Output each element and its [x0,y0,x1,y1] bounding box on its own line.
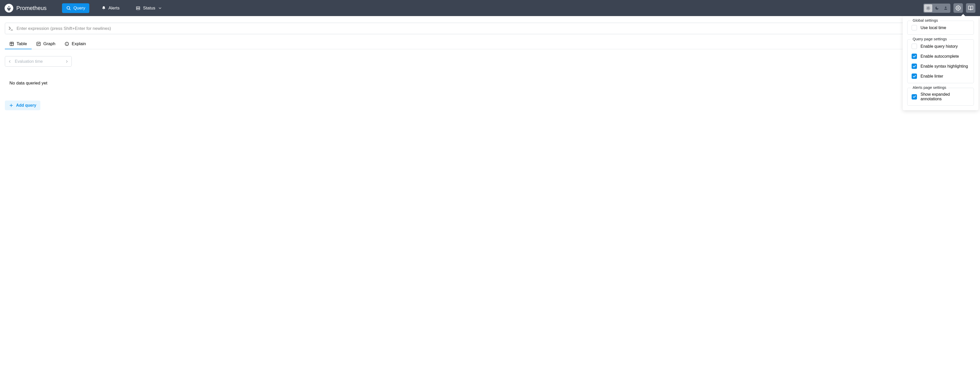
annotations-label: Show expanded annotations [921,92,969,101]
tab-table-label: Table [17,41,27,46]
nav-query-button[interactable]: Query [62,3,89,13]
nav-status-label: Status [143,6,155,11]
bell-icon [102,6,106,10]
theme-switcher [923,3,950,13]
add-query-button[interactable]: Add query [5,100,40,110]
table-icon [10,41,14,46]
local-time-label: Use local time [921,25,946,30]
autocomplete-checkbox-row[interactable]: Enable autocomplete [912,54,969,59]
tab-table[interactable]: Table [5,39,32,49]
svg-point-13 [945,6,946,8]
check-icon [913,65,916,68]
linter-label: Enable linter [921,74,943,79]
expression-input-row [5,23,975,34]
moon-icon [935,6,939,10]
plus-icon [9,103,14,108]
expression-input[interactable] [17,26,972,31]
autocomplete-label: Enable autocomplete [921,54,959,59]
autocomplete-checkbox[interactable] [912,54,917,59]
brand-title: Prometheus [16,5,47,11]
evaluation-time-picker[interactable]: Evaluation time [5,56,72,67]
svg-line-1 [69,9,70,10]
add-query-label: Add query [16,103,36,108]
eval-time-label: Evaluation time [14,59,62,64]
svg-rect-2 [137,6,140,8]
tab-explain-label: Explain [72,41,86,46]
graph-icon [36,41,41,46]
eval-time-prev-button[interactable] [5,56,14,66]
result-empty-state: No data queried yet [5,81,975,86]
query-page-settings-fieldset: Query page settings Enable query history… [907,39,974,83]
query-history-label: Enable query history [921,44,958,49]
query-page-settings-legend: Query page settings [911,37,949,41]
check-icon [913,95,916,99]
annotations-checkbox[interactable] [912,94,917,100]
settings-button[interactable] [953,3,963,13]
theme-auto-button[interactable] [942,4,950,12]
chevron-right-icon [65,59,69,64]
linter-checkbox[interactable] [912,73,917,79]
terminal-icon [8,26,14,31]
main-content: Table Graph Explain Evaluation time [0,16,980,117]
query-history-checkbox-row[interactable]: Enable query history [912,44,969,49]
query-history-checkbox[interactable] [912,44,917,49]
check-icon [913,75,916,78]
nav-status-button[interactable]: Status [132,3,166,13]
global-settings-fieldset: Global settings Use local time [907,21,974,35]
theme-light-button[interactable] [924,4,932,12]
tab-graph[interactable]: Graph [32,39,60,49]
svg-rect-3 [137,8,140,10]
result-tabs: Table Graph Explain [5,39,975,49]
sun-icon [926,6,931,10]
global-settings-legend: Global settings [911,18,940,22]
prometheus-logo-icon [5,4,13,13]
gear-icon [956,5,961,11]
linter-checkbox-row[interactable]: Enable linter [912,73,969,79]
nav-alerts-label: Alerts [108,6,119,11]
check-icon [913,55,916,58]
alerts-page-settings-legend: Alerts page settings [911,85,948,89]
tab-graph-label: Graph [43,41,56,46]
header-controls [923,3,975,13]
nav-query-label: Query [73,6,85,11]
syntax-checkbox-row[interactable]: Enable syntax highlighting [912,64,969,69]
theme-dark-button[interactable] [933,4,941,12]
docs-button[interactable] [966,3,975,13]
brand[interactable]: Prometheus [5,4,47,13]
chevron-left-icon [8,59,12,64]
svg-line-11 [927,9,927,10]
user-icon [943,6,948,10]
local-time-checkbox-row[interactable]: Use local time [912,25,969,30]
syntax-checkbox[interactable] [912,64,917,69]
annotations-checkbox-row[interactable]: Show expanded annotations [912,92,969,101]
svg-line-7 [927,6,927,7]
evaluation-time-row: Evaluation time [5,56,975,67]
local-time-checkbox[interactable] [912,25,917,30]
svg-point-14 [958,7,959,9]
search-icon [66,6,71,10]
eval-time-next-button[interactable] [62,56,72,66]
alerts-page-settings-fieldset: Alerts page settings Show expanded annot… [907,88,974,106]
tab-explain[interactable]: Explain [60,39,91,49]
settings-popover: Global settings Use local time Query pag… [903,16,978,110]
svg-point-4 [928,7,929,9]
info-icon [65,41,69,46]
book-icon [968,5,974,11]
primary-nav: Query Alerts Status [62,3,166,13]
nav-alerts-button[interactable]: Alerts [97,3,124,13]
server-icon [136,6,140,10]
chevron-down-icon [158,6,162,10]
app-header: Prometheus Query Alerts Status [0,0,980,16]
syntax-label: Enable syntax highlighting [921,64,968,69]
